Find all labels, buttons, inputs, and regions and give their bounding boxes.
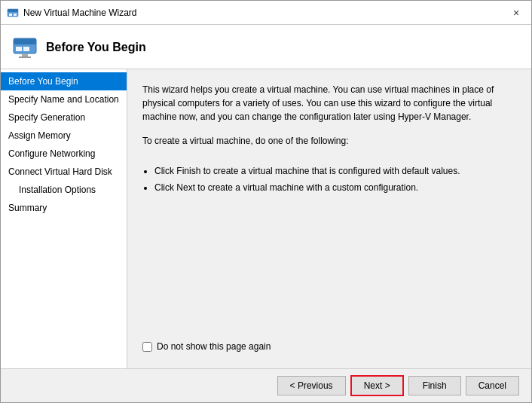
sidebar-item-connect-vhd[interactable]: Connect Virtual Hard Disk: [1, 163, 127, 181]
subheading-text: To create a virtual machine, do one of t…: [142, 134, 516, 148]
svg-rect-5: [14, 38, 36, 44]
content-area: Before You BeginSpecify Name and Locatio…: [1, 69, 531, 368]
bullet-item: Click Finish to create a virtual machine…: [154, 164, 516, 178]
next-button[interactable]: Next >: [350, 375, 404, 396]
sidebar-item-summary[interactable]: Summary: [1, 199, 127, 217]
svg-rect-8: [22, 54, 28, 56]
svg-rect-7: [23, 47, 29, 51]
sidebar-item-specify-name[interactable]: Specify Name and Location: [1, 90, 127, 108]
footer: < Previous Next > Finish Cancel: [1, 368, 531, 402]
intro-text: This wizard helps you create a virtual m…: [142, 83, 516, 124]
sidebar: Before You BeginSpecify Name and Locatio…: [1, 69, 127, 368]
dont-show-label[interactable]: Do not show this page again: [157, 341, 271, 352]
svg-rect-3: [14, 14, 17, 16]
title-bar: New Virtual Machine Wizard ×: [1, 1, 531, 25]
window-title: New Virtual Machine Wizard: [23, 8, 507, 18]
sidebar-item-before-you-begin[interactable]: Before You Begin: [1, 72, 127, 90]
svg-rect-6: [16, 47, 22, 51]
svg-rect-9: [19, 56, 31, 58]
bullet-item: Click Next to create a virtual machine w…: [154, 181, 516, 194]
checkbox-row: Do not show this page again: [142, 335, 516, 355]
sidebar-item-installation-options[interactable]: Installation Options: [1, 181, 127, 199]
svg-rect-2: [9, 14, 12, 16]
dont-show-checkbox[interactable]: [142, 342, 152, 352]
sidebar-item-specify-generation[interactable]: Specify Generation: [1, 108, 127, 127]
cancel-button[interactable]: Cancel: [466, 376, 519, 395]
page-title: Before You Begin: [46, 41, 146, 54]
page-header: Before You Begin: [1, 25, 531, 69]
window-icon: [7, 7, 19, 19]
sidebar-item-assign-memory[interactable]: Assign Memory: [1, 127, 127, 145]
close-button[interactable]: ×: [507, 4, 525, 22]
sidebar-item-configure-networking[interactable]: Configure Networking: [1, 145, 127, 163]
svg-rect-1: [8, 9, 18, 12]
main-panel: This wizard helps you create a virtual m…: [127, 69, 531, 368]
finish-button[interactable]: Finish: [408, 376, 461, 395]
previous-button[interactable]: < Previous: [277, 376, 346, 395]
wizard-window: New Virtual Machine Wizard × Before You …: [0, 0, 532, 403]
bullet-list: Click Finish to create a virtual machine…: [154, 164, 516, 197]
page-icon: [13, 35, 37, 60]
